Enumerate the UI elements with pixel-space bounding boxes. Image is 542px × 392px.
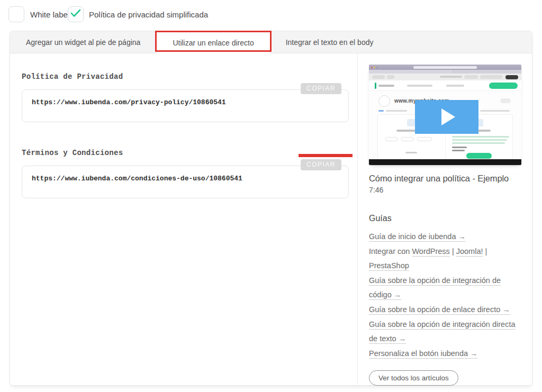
guide-link-getting-started: Guía de inicio de iubenda → — [369, 230, 522, 244]
tab-widget-footer-label: Agregar un widget al pie de página — [26, 38, 140, 47]
check-icon — [70, 9, 81, 20]
placeholder-pill — [385, 137, 398, 141]
video-title: Cómo integrar una política - Ejemplo — [369, 174, 522, 184]
placeholder-pill — [372, 75, 385, 79]
placeholder-bar — [452, 139, 507, 141]
placeholder-bar — [378, 110, 384, 112]
video-duration: 7:46 — [369, 186, 522, 194]
placeholder-bar — [480, 110, 510, 112]
generate-now-button — [466, 153, 492, 159]
tab-embed-body-label: Integrar el texto en el body — [286, 38, 374, 47]
account-toolbar — [369, 74, 521, 80]
tab-direct-link[interactable]: Utilizar un enlace directo — [157, 31, 269, 54]
placeholder-bar — [378, 85, 394, 87]
site-icon — [378, 95, 390, 107]
guide-link-code-integration: Guía sobre la opción de integración de c… — [369, 274, 522, 302]
placeholder-bar — [407, 85, 432, 87]
logout-button — [505, 75, 518, 79]
video-thumbnail[interactable]: www.mywebsite.com — [369, 65, 521, 165]
browser-chrome-bar — [369, 65, 521, 70]
simplified-policy-checkbox[interactable] — [68, 6, 84, 22]
placeholder-bar — [440, 76, 462, 78]
copy-privacy-url-button[interactable]: COPIAR — [301, 83, 341, 94]
guide-link-text: Guía sobre la opción de enlace directo — [369, 305, 500, 314]
guide-link-wordpress[interactable]: WordPress — [412, 247, 449, 256]
site-navbar — [369, 80, 521, 91]
placeholder-bar — [452, 136, 509, 138]
guide-link-text: Guía sobre la opción de integración dire… — [369, 320, 515, 343]
privacy-policy-url-box[interactable]: https://www.iubenda.com/privacy-policy/1… — [22, 89, 349, 122]
placeholder-pill — [480, 75, 502, 79]
red-annotation-box — [299, 154, 353, 157]
arrow-right-icon: → — [458, 232, 466, 241]
top-options-bar: White label Política de privacidad simpl… — [0, 0, 542, 31]
edit-button — [500, 98, 511, 103]
minimize-window-icon — [374, 67, 375, 68]
placeholder-bar — [446, 85, 464, 87]
integration-panel: Agregar un widget al pie de página Utili… — [10, 31, 532, 386]
placeholder-pill — [417, 137, 432, 141]
placeholder-bar — [452, 142, 505, 144]
white-label-checkbox[interactable] — [8, 6, 24, 22]
placeholder-pill — [387, 75, 394, 79]
address-bar — [413, 66, 477, 69]
terms-url: https://www.iubenda.com/condiciones-de-u… — [32, 175, 242, 183]
video-progress-bar — [369, 159, 521, 165]
placeholder-pill — [401, 137, 414, 141]
tab-embed-body[interactable]: Integrar el texto en el body — [270, 31, 390, 53]
integration-tabbar: Agregar un widget al pie de página Utili… — [10, 31, 532, 53]
iubenda-logo — [375, 83, 376, 89]
guide-link-text: Guía sobre la opción de integración de c… — [369, 276, 501, 299]
placeholder-bar — [405, 152, 417, 153]
guide-link[interactable]: Personaliza el botón iubenda → — [369, 349, 478, 358]
placeholder-bar — [452, 150, 465, 151]
see-all-articles-button[interactable]: Ver todos los artículos — [369, 370, 458, 386]
terms-url-box[interactable]: https://www.iubenda.com/condiciones-de-u… — [22, 166, 349, 198]
play-icon — [441, 108, 455, 125]
document-icon — [407, 119, 415, 126]
browser-tab — [453, 70, 521, 74]
guide-link-prestashop[interactable]: PrestaShop — [369, 261, 409, 270]
simplified-policy-label: Política de privacidad simplificada — [89, 10, 208, 19]
placeholder-bar — [386, 110, 407, 112]
placeholder-pill — [464, 75, 478, 79]
help-sidebar: www.mywebsite.com — [357, 53, 532, 386]
placeholder-bar — [452, 147, 467, 148]
start-generating-button — [489, 83, 518, 89]
guide-link[interactable]: Guía sobre la opción de integración dire… — [369, 320, 515, 343]
zoom-window-icon — [376, 67, 378, 68]
guide-link-direct-link: Guía sobre la opción de enlace directo → — [369, 303, 522, 317]
copy-terms-url-button[interactable]: COPIAR — [301, 159, 341, 170]
tab-widget-footer[interactable]: Agregar un widget al pie de página — [10, 31, 157, 53]
close-window-icon — [371, 67, 373, 68]
guide-link-text: Guía de inicio de iubenda — [369, 232, 456, 241]
guide-link-cms-integrations: Integrar con WordPress | Joomla! | Prest… — [369, 244, 522, 273]
guide-link[interactable]: Guía sobre la opción de enlace directo → — [369, 305, 510, 314]
separator: | — [483, 247, 487, 256]
guide-link-joomla[interactable]: Joomla! — [456, 247, 483, 256]
guide-link[interactable]: Guía de inicio de iubenda → — [369, 232, 466, 241]
guide-link[interactable]: Guía sobre la opción de integración de c… — [369, 276, 501, 299]
browser-tabs-row — [369, 70, 521, 74]
tab-direct-link-label: Utilizar un enlace directo — [173, 39, 254, 47]
terms-label: Términos y Condiciones — [22, 149, 123, 157]
play-button-overlay[interactable] — [415, 100, 478, 134]
guides-list: Guía de inicio de iubenda → Integrar con… — [369, 230, 522, 361]
arrow-right-icon: → — [470, 349, 478, 358]
white-label-label: White label — [30, 10, 69, 19]
arrow-right-icon: → — [399, 334, 406, 343]
arrow-right-icon: → — [394, 290, 402, 299]
guide-link-text: Personaliza el botón iubenda — [369, 349, 468, 358]
privacy-policy-label: Política de Privacidad — [22, 72, 123, 81]
arrow-right-icon: → — [502, 305, 510, 314]
privacy-policy-url: https://www.iubenda.com/privacy-policy/1… — [32, 98, 226, 106]
guide-link-direct-text: Guía sobre la opción de integración dire… — [369, 317, 522, 346]
separator: | — [450, 247, 456, 256]
direct-link-content: Política de Privacidad https://www.iuben… — [10, 53, 357, 386]
browser-tab — [369, 70, 453, 74]
guides-heading: Guías — [369, 214, 522, 223]
guide-text-prefix: Integrar con — [369, 247, 412, 256]
guide-link-customize-button: Personaliza el botón iubenda → — [369, 347, 522, 361]
